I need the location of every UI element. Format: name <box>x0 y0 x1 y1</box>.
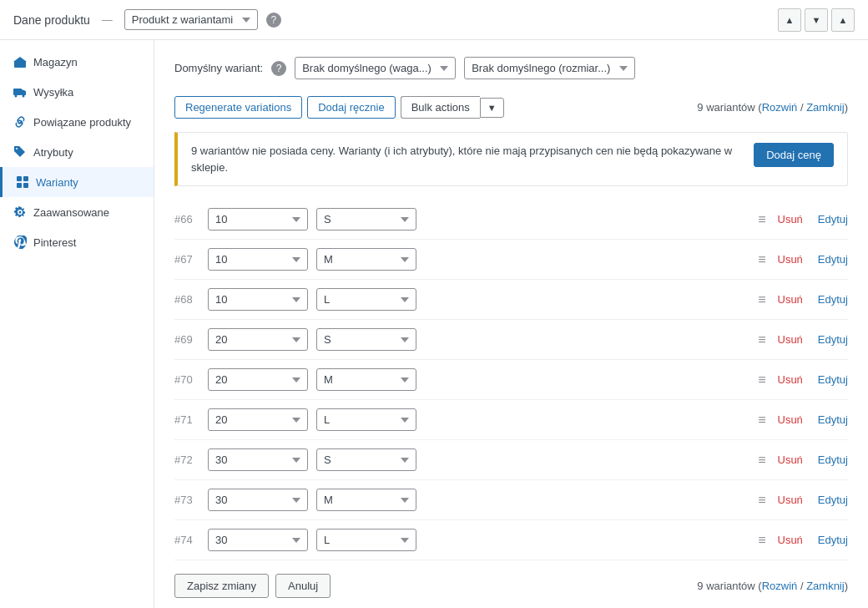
variation-weight-select-3[interactable]: 102030 <box>208 328 308 351</box>
expand-link[interactable]: Rozwiń <box>762 101 798 114</box>
variation-delete-button[interactable]: Usuń <box>778 494 803 506</box>
nav-up-button[interactable]: ▲ <box>778 8 801 32</box>
svg-point-6 <box>16 148 18 149</box>
product-type-select[interactable]: Produkt prosty Produkt z wariantami Prod… <box>124 9 258 30</box>
variation-number: #72 <box>174 453 199 466</box>
help-icon[interactable]: ? <box>266 13 281 28</box>
sidebar-item-atrybuty[interactable]: Atrybuty <box>0 137 154 167</box>
grid-icon <box>16 175 29 189</box>
variations-list: #66 102030 SML ≡ Usuń Edytuj #67 102030 … <box>174 200 848 560</box>
variation-weight-select-5[interactable]: 102030 <box>208 408 308 431</box>
sidebar-item-warianty[interactable]: Warianty <box>0 167 154 197</box>
header-nav: ▲ ▼ ▲ <box>778 8 855 32</box>
variation-size-select-7[interactable]: SML <box>316 489 416 511</box>
variation-size-select-6[interactable]: SML <box>316 448 416 471</box>
drag-handle-icon[interactable]: ≡ <box>758 533 765 548</box>
cancel-button[interactable]: Anuluj <box>275 574 331 598</box>
sidebar-item-wysylka[interactable]: Wysyłka <box>0 77 154 107</box>
variation-delete-button[interactable]: Usuń <box>778 534 803 546</box>
save-changes-button[interactable]: Zapisz zmiany <box>174 574 269 598</box>
bulk-actions-group: Bulk actions ▼ <box>401 96 504 119</box>
footer-expand-link[interactable]: Rozwiń <box>762 580 798 592</box>
variation-weight-select-1[interactable]: 102030 <box>208 248 308 271</box>
variation-weight-select-0[interactable]: 102030 <box>208 208 308 231</box>
variation-size-select-8[interactable]: SML <box>316 529 416 551</box>
sidebar-item-magazyn[interactable]: Magazyn <box>0 47 154 77</box>
drag-handle-icon[interactable]: ≡ <box>758 493 765 508</box>
variation-number: #73 <box>174 494 199 506</box>
variation-weight-select-4[interactable]: 102030 <box>208 368 308 391</box>
variation-weight-select-8[interactable]: 102030 <box>208 529 308 551</box>
variation-delete-button[interactable]: Usuń <box>778 333 803 346</box>
variation-edit-button[interactable]: Edytuj <box>818 413 848 426</box>
drag-handle-icon[interactable]: ≡ <box>758 372 765 388</box>
svg-rect-0 <box>14 61 26 68</box>
drag-handle-icon[interactable]: ≡ <box>758 212 765 227</box>
drag-handle-icon[interactable]: ≡ <box>758 252 765 267</box>
table-row: #71 102030 SML ≡ Usuń Edytuj <box>174 400 848 440</box>
variation-edit-button[interactable]: Edytuj <box>818 494 848 506</box>
nav-down-button[interactable]: ▼ <box>805 8 828 32</box>
notice-warning: 9 wariantów nie posiada ceny. Warianty (… <box>174 132 848 186</box>
add-manual-button[interactable]: Dodaj ręcznie <box>307 96 396 119</box>
sidebar-label-wysylka: Wysyłka <box>33 86 73 99</box>
table-row: #68 102030 SML ≡ Usuń Edytuj <box>174 280 848 320</box>
header-bar: Dane produktu — Produkt prosty Produkt z… <box>0 0 868 40</box>
variation-edit-button[interactable]: Edytuj <box>818 213 848 225</box>
footer-close-link[interactable]: Zamknij <box>806 580 845 592</box>
nav-collapse-button[interactable]: ▲ <box>831 8 855 32</box>
variation-size-select-1[interactable]: SML <box>316 248 416 271</box>
variation-weight-select-2[interactable]: 102030 <box>208 288 308 311</box>
table-row: #66 102030 SML ≡ Usuń Edytuj <box>174 200 848 240</box>
table-row: #67 102030 SML ≡ Usuń Edytuj <box>174 240 848 280</box>
pinterest-icon <box>13 236 27 249</box>
footer-row: Zapisz zmiany Anuluj 9 wariantów (Rozwiń… <box>174 560 848 601</box>
variation-size-select-4[interactable]: SML <box>316 368 416 391</box>
drag-handle-icon[interactable]: ≡ <box>758 332 765 347</box>
tag-icon <box>13 145 27 159</box>
drag-handle-icon[interactable]: ≡ <box>758 453 765 468</box>
variation-weight-select-7[interactable]: 102030 <box>208 489 308 511</box>
variation-delete-button[interactable]: Usuń <box>778 293 803 306</box>
default-variant-help-icon[interactable]: ? <box>271 61 286 76</box>
variation-edit-button[interactable]: Edytuj <box>818 453 848 466</box>
bulk-actions-button[interactable]: Bulk actions <box>401 96 480 119</box>
variation-number: #71 <box>174 413 199 426</box>
drag-handle-icon[interactable]: ≡ <box>758 292 765 307</box>
sidebar-item-powiazane[interactable]: Powiązane produkty <box>0 107 154 137</box>
variation-edit-button[interactable]: Edytuj <box>818 253 848 266</box>
variation-edit-button[interactable]: Edytuj <box>818 293 848 306</box>
regenerate-variations-button[interactable]: Regenerate variations <box>174 96 302 119</box>
default-weight-select[interactable]: Brak domyślnego (waga...) 10 20 30 <box>295 57 456 79</box>
variation-size-select-0[interactable]: SML <box>316 208 416 231</box>
variation-weight-select-6[interactable]: 102030 <box>208 448 308 471</box>
svg-marker-1 <box>13 57 27 62</box>
sidebar-label-magazyn: Magazyn <box>33 56 78 68</box>
variation-delete-button[interactable]: Usuń <box>778 213 803 225</box>
variation-delete-button[interactable]: Usuń <box>778 413 803 426</box>
default-size-select[interactable]: Brak domyślnego (rozmiar...) S M L <box>464 57 635 79</box>
footer-count-info: 9 wariantów (Rozwiń / Zamknij) <box>697 580 848 592</box>
sidebar-item-zaawansowane[interactable]: Zaawansowane <box>0 197 154 227</box>
add-price-button[interactable]: Dodaj cenę <box>754 143 834 167</box>
table-row: #73 102030 SML ≡ Usuń Edytuj <box>174 480 848 520</box>
variation-size-select-3[interactable]: SML <box>316 328 416 351</box>
variation-size-select-2[interactable]: SML <box>316 288 416 311</box>
variation-delete-button[interactable]: Usuń <box>778 453 803 466</box>
table-row: #74 102030 SML ≡ Usuń Edytuj <box>174 520 848 560</box>
variation-size-select-5[interactable]: SML <box>316 408 416 431</box>
sidebar-item-pinterest[interactable]: Pinterest <box>0 227 154 257</box>
variation-edit-button[interactable]: Edytuj <box>818 534 848 546</box>
variation-delete-button[interactable]: Usuń <box>778 253 803 266</box>
notice-text: 9 wariantów nie posiada ceny. Warianty (… <box>191 143 740 175</box>
table-row: #69 102030 SML ≡ Usuń Edytuj <box>174 320 848 360</box>
close-link[interactable]: Zamknij <box>806 101 845 114</box>
variation-number: #70 <box>174 373 199 386</box>
svg-rect-8 <box>23 176 28 181</box>
variation-edit-button[interactable]: Edytuj <box>818 373 848 386</box>
bulk-actions-dropdown-button[interactable]: ▼ <box>480 98 504 118</box>
sidebar-label-warianty: Warianty <box>36 176 78 189</box>
variation-delete-button[interactable]: Usuń <box>778 373 803 386</box>
drag-handle-icon[interactable]: ≡ <box>758 413 765 428</box>
variation-edit-button[interactable]: Edytuj <box>818 333 848 346</box>
